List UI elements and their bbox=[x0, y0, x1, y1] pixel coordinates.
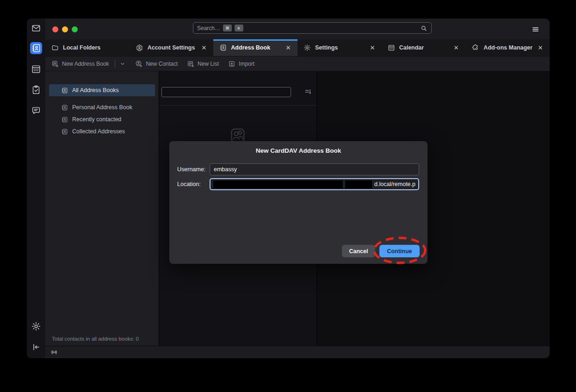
minimize-window-button[interactable] bbox=[62, 26, 68, 32]
cmd-key-badge: ⌘ bbox=[223, 25, 232, 31]
new-list-label: New List bbox=[198, 61, 219, 67]
tab-settings[interactable]: Settings bbox=[297, 39, 382, 56]
username-field[interactable] bbox=[210, 163, 419, 175]
cancel-button[interactable]: Cancel bbox=[342, 245, 375, 257]
gear-icon bbox=[31, 321, 41, 331]
address-books-sidebar: All Address Books Personal Address Book … bbox=[45, 71, 159, 346]
address-book-icon bbox=[61, 104, 68, 111]
tab-local-folders[interactable]: Local Folders bbox=[45, 39, 130, 56]
gear-icon bbox=[303, 44, 311, 51]
tab-label: Account Settings bbox=[148, 44, 195, 51]
sidebar-item-label: Collected Addresses bbox=[72, 128, 125, 135]
sidebar-item-collected-addresses[interactable]: Collected Addresses bbox=[49, 125, 155, 137]
new-address-book-icon bbox=[51, 60, 59, 68]
tab-label: Add-ons Manager bbox=[483, 44, 533, 51]
tab-label: Settings bbox=[315, 44, 338, 51]
calendar-icon bbox=[31, 64, 41, 74]
mail-space-button[interactable] bbox=[30, 22, 42, 34]
new-list-icon bbox=[187, 60, 194, 68]
zoom-window-button[interactable] bbox=[72, 26, 78, 32]
close-tab-icon[interactable] bbox=[201, 44, 207, 51]
calendar-icon bbox=[388, 44, 395, 51]
tab-address-book[interactable]: Address Book bbox=[213, 39, 297, 56]
calendar-space-button[interactable] bbox=[30, 63, 42, 75]
address-book-icon bbox=[61, 87, 68, 94]
tab-addons-manager[interactable]: Add-ons Manager bbox=[465, 39, 550, 56]
k-key-badge: K bbox=[235, 25, 243, 31]
tab-calendar[interactable]: Calendar bbox=[382, 39, 466, 56]
collapse-toolbar-button[interactable] bbox=[30, 341, 42, 353]
chevron-down-icon[interactable] bbox=[119, 61, 126, 67]
redaction-bar bbox=[345, 180, 372, 188]
contacts-search-input[interactable] bbox=[161, 87, 291, 97]
new-contact-icon bbox=[135, 60, 142, 68]
tab-label: Address Book bbox=[231, 44, 270, 51]
sidebar-item-label: All Address Books bbox=[72, 87, 119, 93]
tab-label: Local Folders bbox=[63, 44, 100, 51]
close-window-button[interactable] bbox=[52, 26, 58, 32]
tasks-space-button[interactable] bbox=[30, 84, 42, 96]
search-icon bbox=[420, 25, 427, 32]
close-tab-icon[interactable] bbox=[537, 44, 544, 51]
search-placeholder: Search… bbox=[197, 25, 220, 31]
status-bar bbox=[45, 346, 550, 358]
tab-account-settings[interactable]: Account Settings bbox=[130, 39, 214, 56]
sidebar-item-recently-contacted[interactable]: Recently contacted bbox=[49, 113, 155, 125]
app-window: Search… ⌘ K Local Folders Account Settin… bbox=[27, 19, 550, 358]
settings-button[interactable] bbox=[30, 320, 42, 332]
address-book-icon bbox=[61, 128, 68, 135]
puzzle-icon bbox=[471, 44, 479, 52]
display-options-icon[interactable] bbox=[304, 87, 312, 96]
tab-label: Calendar bbox=[399, 44, 424, 51]
collapse-icon bbox=[31, 342, 41, 352]
new-list-button[interactable]: New List bbox=[187, 60, 219, 68]
divider bbox=[115, 60, 115, 68]
sidebar-item-label: Personal Address Book bbox=[72, 104, 132, 111]
traffic-lights bbox=[52, 26, 78, 32]
location-visible-text: d.local/remote.p bbox=[374, 181, 415, 187]
sidebar-item-label: Recently contacted bbox=[72, 116, 121, 123]
new-contact-label: New Contact bbox=[146, 61, 178, 67]
address-book-icon bbox=[61, 116, 68, 123]
import-button[interactable]: Import bbox=[228, 60, 254, 68]
close-tab-icon[interactable] bbox=[285, 44, 291, 51]
folder-icon bbox=[51, 44, 59, 51]
tasks-icon bbox=[31, 85, 41, 95]
username-label: Username: bbox=[177, 166, 210, 173]
new-address-book-button[interactable]: New Address Book bbox=[51, 60, 126, 68]
import-label: Import bbox=[239, 61, 254, 67]
continue-button[interactable]: Continue bbox=[379, 245, 420, 257]
address-book-toolbar: New Address Book New Contact New List Im… bbox=[45, 56, 550, 71]
spaces-toolbar bbox=[27, 19, 45, 358]
address-book-space-button[interactable] bbox=[30, 42, 42, 54]
contacts-list-header bbox=[159, 71, 316, 106]
location-field[interactable]: d.local/remote.p bbox=[210, 178, 419, 190]
chat-space-button[interactable] bbox=[30, 105, 42, 117]
chat-icon bbox=[31, 106, 41, 116]
tab-bar: Local Folders Account Settings Address B… bbox=[45, 39, 550, 56]
broadcast-status-icon bbox=[50, 348, 58, 356]
app-menu-button[interactable] bbox=[532, 25, 539, 33]
divider bbox=[49, 96, 155, 101]
sidebar-item-personal-address-book[interactable]: Personal Address Book bbox=[49, 101, 155, 113]
new-address-book-label: New Address Book bbox=[62, 61, 109, 67]
redaction-bar bbox=[213, 180, 343, 188]
location-label: Location: bbox=[177, 181, 210, 187]
import-icon bbox=[228, 60, 235, 68]
close-tab-icon[interactable] bbox=[453, 44, 459, 51]
sidebar-item-all-address-books[interactable]: All Address Books bbox=[49, 84, 155, 96]
address-book-icon bbox=[31, 43, 41, 53]
account-icon bbox=[136, 44, 143, 52]
total-contacts-status: Total contacts in all address books: 0 bbox=[52, 336, 139, 342]
new-carddav-dialog: New CardDAV Address Book Username: Locat… bbox=[169, 141, 427, 264]
close-tab-icon[interactable] bbox=[369, 44, 376, 51]
new-contact-button[interactable]: New Contact bbox=[135, 60, 178, 68]
titlebar: Search… ⌘ K bbox=[45, 19, 550, 39]
mail-icon bbox=[31, 23, 41, 33]
global-search-input[interactable]: Search… ⌘ K bbox=[193, 22, 432, 34]
address-book-icon bbox=[219, 44, 227, 51]
dialog-title: New CardDAV Address Book bbox=[169, 141, 427, 154]
